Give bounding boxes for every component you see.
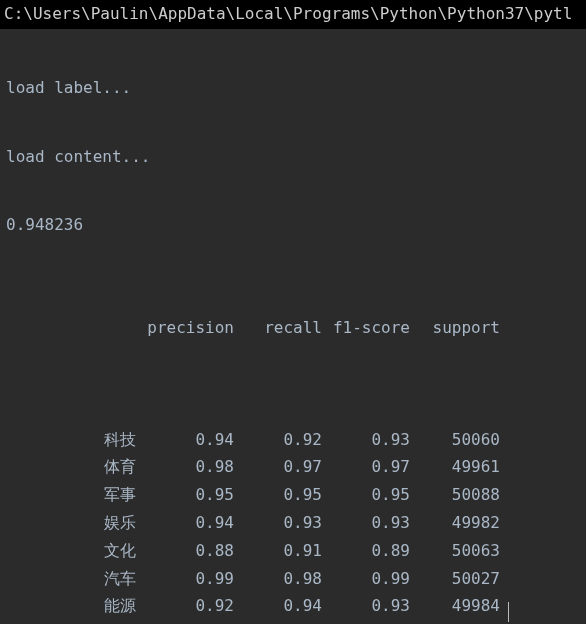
- cell-recall: 0.98: [234, 569, 322, 590]
- row-label: 汽车: [6, 569, 136, 590]
- row-label: 文化: [6, 541, 136, 562]
- cell-f1: 0.93: [322, 513, 410, 534]
- header-recall: recall: [234, 318, 322, 339]
- cell-support: 50063: [410, 541, 500, 562]
- row-label: 娱乐: [6, 513, 136, 534]
- cell-f1: 0.89: [322, 541, 410, 562]
- cell-recall: 0.95: [234, 485, 322, 506]
- table-row: 文化0.880.910.8950063: [6, 541, 580, 562]
- cell-support: 50027: [410, 569, 500, 590]
- table-row: 科技0.940.920.9350060: [6, 430, 580, 451]
- cell-support: 50060: [410, 430, 500, 451]
- cell-precision: 0.94: [136, 513, 234, 534]
- cell-precision: 0.95: [136, 485, 234, 506]
- row-label: 能源: [6, 596, 136, 617]
- text-cursor: [508, 602, 509, 622]
- cell-f1: 0.97: [322, 457, 410, 478]
- cell-support: 50088: [410, 485, 500, 506]
- cell-support: 49982: [410, 513, 500, 534]
- cell-precision: 0.98: [136, 457, 234, 478]
- cell-support: 49961: [410, 457, 500, 478]
- cell-precision: 0.99: [136, 569, 234, 590]
- row-label: 科技: [6, 430, 136, 451]
- cell-f1: 0.93: [322, 596, 410, 617]
- terminal-output: load label... load content... 0.948236 p…: [0, 29, 586, 624]
- row-label: 体育: [6, 457, 136, 478]
- table-row: 娱乐0.940.930.9349982: [6, 513, 580, 534]
- command-path: C:\Users\Paulin\AppData\Local\Programs\P…: [0, 0, 586, 29]
- cell-recall: 0.97: [234, 457, 322, 478]
- cell-recall: 0.92: [234, 430, 322, 451]
- row-label: 军事: [6, 485, 136, 506]
- cell-f1: 0.99: [322, 569, 410, 590]
- table-row: 汽车0.990.980.9950027: [6, 569, 580, 590]
- cell-support: 49984: [410, 596, 500, 617]
- log-line: load label...: [6, 78, 580, 99]
- table-row: 能源0.920.940.9349984: [6, 596, 580, 617]
- cell-recall: 0.94: [234, 596, 322, 617]
- cell-f1: 0.93: [322, 430, 410, 451]
- cell-f1: 0.95: [322, 485, 410, 506]
- header-support: support: [410, 318, 500, 339]
- header-precision: precision: [136, 318, 234, 339]
- table-body: 科技0.940.920.9350060体育0.980.970.9749961军事…: [6, 430, 580, 624]
- table-header: precision recall f1-score support: [6, 318, 580, 339]
- cell-precision: 0.94: [136, 430, 234, 451]
- cell-precision: 0.92: [136, 596, 234, 617]
- cell-recall: 0.93: [234, 513, 322, 534]
- table-row: 体育0.980.970.9749961: [6, 457, 580, 478]
- header-f1: f1-score: [322, 318, 410, 339]
- log-line: load content...: [6, 147, 580, 168]
- table-row: 军事0.950.950.9550088: [6, 485, 580, 506]
- accuracy-score: 0.948236: [6, 215, 580, 236]
- cell-recall: 0.91: [234, 541, 322, 562]
- cell-precision: 0.88: [136, 541, 234, 562]
